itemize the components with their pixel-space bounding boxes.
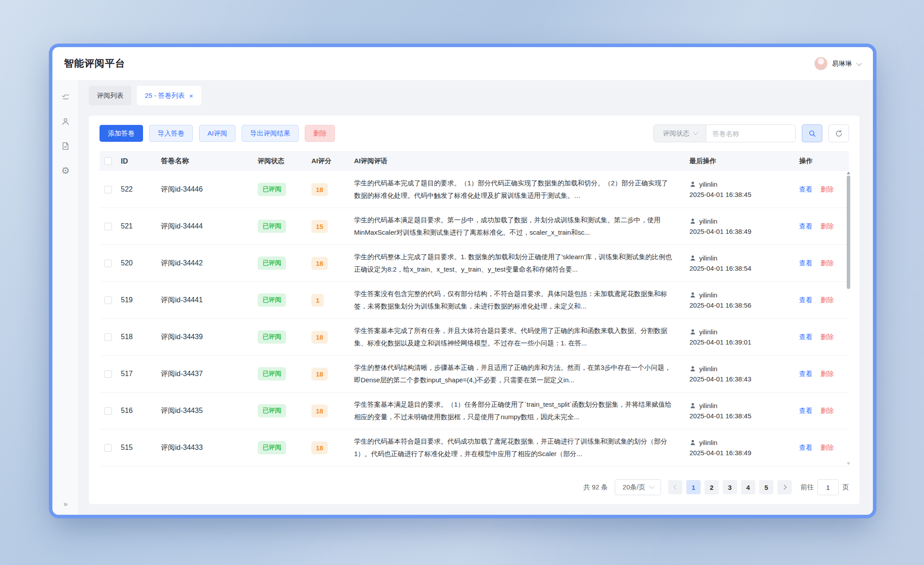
document-check-icon (61, 141, 70, 151)
view-link[interactable]: 查看 (799, 333, 812, 341)
window-header: 智能评阅平台 易琳琳 (52, 47, 873, 80)
scroll-up-arrow-icon[interactable] (847, 172, 850, 174)
add-answer-button[interactable]: 添加答卷 (100, 125, 143, 142)
sidebar-item-review-list[interactable] (60, 92, 71, 102)
status-select[interactable]: 评阅状态 (654, 125, 706, 142)
user-name: 易琳琳 (832, 60, 852, 68)
row-checkbox[interactable] (104, 407, 112, 415)
row-name: 评阅id-34441 (161, 296, 258, 305)
row-id: 521 (121, 222, 161, 230)
refresh-button[interactable] (828, 124, 849, 142)
gear-icon: ⚙ (61, 166, 70, 175)
page-button-2[interactable]: 2 (705, 480, 719, 494)
delete-link[interactable]: 删除 (820, 222, 834, 231)
row-name: 评阅id-34435 (161, 406, 258, 416)
table-row: 516 评阅id-34435 已评阅 18 学生答案基本满足题目的要求。（1）任… (100, 393, 849, 429)
delete-link[interactable]: 删除 (820, 407, 834, 415)
tab-label: 25 - 答卷列表 (145, 92, 185, 100)
user-icon (61, 117, 70, 126)
row-comment: 学生答案基本完成了所有任务，并且大体符合题目要求。代码使用了正确的库和函数来载入… (354, 325, 689, 349)
import-answer-button[interactable]: 导入答卷 (149, 125, 193, 142)
delete-link[interactable]: 删除 (820, 333, 834, 341)
tab-answer-list[interactable]: 25 - 答卷列表 × (137, 86, 201, 105)
row-id: 517 (121, 370, 161, 378)
view-link[interactable]: 查看 (799, 407, 812, 415)
checklist-icon (61, 92, 70, 102)
delete-button[interactable]: 删除 (305, 125, 335, 142)
row-id: 522 (121, 185, 161, 193)
user-menu[interactable]: 易琳琳 (814, 57, 860, 70)
answer-name-input[interactable] (706, 125, 795, 142)
view-link[interactable]: 查看 (799, 259, 812, 268)
scrollbar-thumb[interactable] (847, 176, 850, 289)
row-comment: 学生的整体代码结构清晰，步骤基本正确，并且适用了正确的库和方法。然而，在第3步中… (354, 361, 689, 386)
person-icon (689, 181, 696, 188)
row-checkbox[interactable] (104, 333, 112, 341)
status-badge: 已评阅 (258, 367, 286, 381)
row-checkbox[interactable] (104, 223, 112, 230)
tab-review-list[interactable]: 评阅列表 (89, 86, 131, 105)
sidebar-item-settings[interactable]: ⚙ (60, 165, 71, 176)
view-link[interactable]: 查看 (799, 296, 812, 305)
delete-link[interactable]: 删除 (820, 185, 834, 194)
page-size-select[interactable]: 20条/页 (615, 479, 661, 495)
row-checkbox[interactable] (104, 370, 112, 378)
table-row: 518 评阅id-34439 已评阅 18 学生答案基本完成了所有任务，并且大体… (100, 319, 849, 356)
delete-link[interactable]: 删除 (820, 444, 834, 452)
person-icon (689, 402, 696, 409)
sidebar-collapse-button[interactable]: » (52, 500, 79, 509)
operation-time: 2025-04-01 16:38:45 (689, 191, 795, 198)
row-name: 评阅id-34444 (161, 222, 258, 231)
row-checkbox[interactable] (104, 260, 112, 267)
row-checkbox[interactable] (104, 186, 112, 193)
status-badge: 已评阅 (258, 293, 286, 307)
page-size-label: 20条/页 (623, 483, 645, 492)
status-badge: 已评阅 (258, 183, 286, 196)
ai-review-button[interactable]: AI评阅 (199, 125, 235, 142)
row-name: 评阅id-34439 (161, 333, 258, 342)
sidebar-item-users[interactable] (60, 116, 71, 127)
row-comment: 学生的代码基本符合题目要求。代码成功加载了鸢尾花数据集，并正确进行了训练集和测试… (354, 435, 689, 460)
row-name: 评阅id-34442 (161, 259, 258, 268)
row-checkbox[interactable] (104, 297, 112, 304)
prev-page-button[interactable] (668, 480, 682, 494)
view-link[interactable]: 查看 (799, 444, 812, 452)
search-button[interactable] (802, 124, 822, 142)
answer-table: ID 答卷名称 评阅状态 AI评分 AI评阅评语 最后操作 操作 522 评阅i… (100, 151, 849, 471)
table-row: 522 评阅id-34446 已评阅 18 学生的代码基本完成了题目的要求。（1… (100, 171, 849, 208)
column-header-id: ID (121, 157, 161, 165)
status-badge: 已评阅 (258, 330, 286, 344)
row-name: 评阅id-34433 (161, 443, 258, 453)
score-badge: 18 (311, 183, 328, 196)
goto-page-input[interactable] (817, 479, 839, 495)
row-id: 515 (121, 444, 161, 452)
row-last-op: yilinlin 2025-04-01 16:38:45 (689, 402, 799, 420)
page-button-1[interactable]: 1 (686, 480, 701, 494)
page-button-5[interactable]: 5 (759, 480, 773, 494)
avatar[interactable] (814, 57, 828, 70)
status-badge: 已评阅 (258, 220, 286, 233)
content-panel: 添加答卷 导入答卷 AI评阅 导出评阅结果 删除 评阅状态 (89, 116, 860, 504)
view-link[interactable]: 查看 (799, 370, 812, 378)
view-link[interactable]: 查看 (799, 185, 812, 194)
delete-link[interactable]: 删除 (820, 259, 834, 268)
page-button-3[interactable]: 3 (723, 480, 737, 494)
person-icon (689, 329, 696, 335)
close-icon[interactable]: × (189, 92, 193, 99)
chevron-left-icon (673, 485, 678, 489)
scroll-down-arrow-icon[interactable] (847, 462, 850, 465)
delete-link[interactable]: 删除 (820, 296, 834, 305)
next-page-button[interactable] (777, 480, 792, 494)
refresh-icon (835, 129, 843, 138)
row-comment: 学生的代码基本完成了题目的要求。（1）部分代码正确实现了数据集的加载和切分。（2… (354, 177, 689, 202)
select-all-checkbox[interactable] (104, 157, 112, 165)
operator-name: yilinlin (699, 328, 717, 336)
export-results-button[interactable]: 导出评阅结果 (242, 125, 299, 142)
view-link[interactable]: 查看 (799, 222, 812, 231)
table-scrollbar[interactable] (846, 172, 851, 465)
page-button-4[interactable]: 4 (741, 480, 755, 494)
delete-link[interactable]: 删除 (820, 370, 834, 378)
row-checkbox[interactable] (104, 444, 112, 452)
sidebar-item-answer-sheets[interactable] (60, 140, 71, 151)
person-icon (689, 365, 696, 372)
